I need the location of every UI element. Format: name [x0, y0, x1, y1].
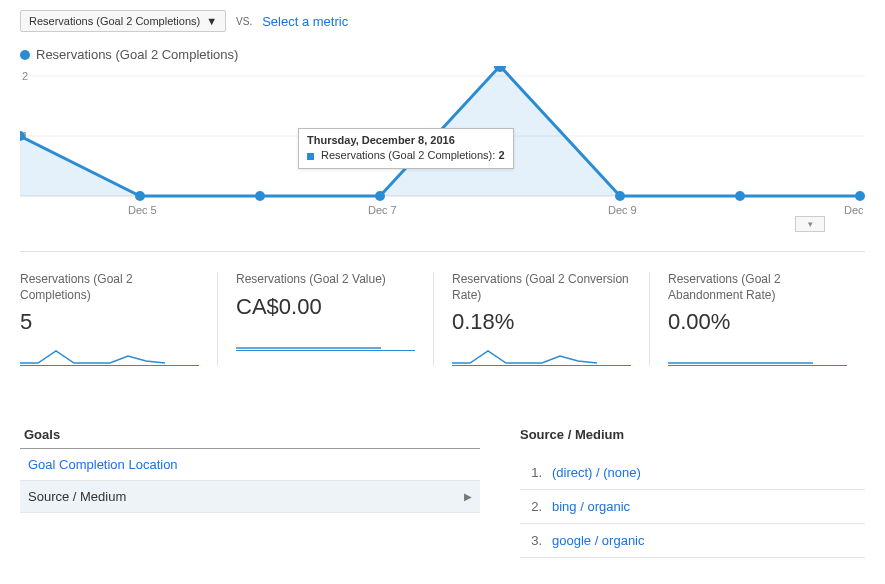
main-chart[interactable]: 1 2 Dec 5 Dec 7 Dec 9 Dec 11 Thursday, D… — [20, 66, 865, 226]
source-medium-link[interactable]: (direct) / (none) — [552, 465, 641, 480]
list-index: 2. — [526, 499, 542, 514]
metric-value: 0.00% — [668, 309, 847, 335]
chart-legend: Reservations (Goal 2 Completions) — [20, 47, 865, 62]
svg-point-7 — [375, 191, 385, 201]
svg-point-10 — [735, 191, 745, 201]
sparkline-icon — [20, 343, 165, 365]
caret-down-icon: ▾ — [808, 219, 813, 229]
goals-row-goal-completion-location[interactable]: Goal Completion Location — [20, 449, 480, 481]
y-tick-2: 2 — [22, 70, 28, 82]
metric-value: 5 — [20, 309, 199, 335]
metrics-row: Reservations (Goal 2 Completions) 5 Rese… — [20, 251, 865, 366]
metric-title: Reservations (Goal 2 Abandonment Rate) — [668, 272, 847, 303]
goals-row-source-medium[interactable]: Source / Medium ▶ — [20, 481, 480, 513]
goals-row-label: Source / Medium — [28, 489, 126, 504]
svg-point-5 — [135, 191, 145, 201]
tooltip-series-label: Reservations (Goal 2 Completions): — [321, 149, 495, 161]
metric-card-value[interactable]: Reservations (Goal 2 Value) CA$0.00 — [217, 272, 433, 366]
source-medium-panel: Source / Medium 1. (direct) / (none) 2. … — [520, 421, 865, 558]
list-index: 3. — [526, 533, 542, 548]
x-tick: Dec 7 — [368, 204, 397, 216]
x-tick: Dec 9 — [608, 204, 637, 216]
select-metric-link[interactable]: Select a metric — [262, 14, 348, 29]
chart-options-dropdown[interactable]: ▾ — [795, 216, 825, 232]
caret-down-icon: ▼ — [206, 15, 217, 27]
x-tick: Dec 5 — [128, 204, 157, 216]
metric-title: Reservations (Goal 2 Completions) — [20, 272, 199, 303]
source-medium-link[interactable]: google / organic — [552, 533, 645, 548]
tooltip-date: Thursday, December 8, 2016 — [307, 134, 455, 146]
source-medium-row[interactable]: 2. bing / organic — [520, 490, 865, 524]
list-index: 1. — [526, 465, 542, 480]
source-medium-row[interactable]: 1. (direct) / (none) — [520, 456, 865, 490]
metric-title: Reservations (Goal 2 Value) — [236, 272, 415, 288]
goals-row-label: Goal Completion Location — [28, 457, 178, 472]
metric-dropdown[interactable]: Reservations (Goal 2 Completions) ▼ — [20, 10, 226, 32]
metric-dropdown-label: Reservations (Goal 2 Completions) — [29, 15, 200, 27]
metric-title: Reservations (Goal 2 Conversion Rate) — [452, 272, 631, 303]
x-tick: Dec 11 — [844, 204, 865, 216]
vs-label: VS. — [236, 16, 252, 27]
chevron-right-icon: ▶ — [464, 491, 472, 502]
legend-text: Reservations (Goal 2 Completions) — [36, 47, 238, 62]
goals-heading: Goals — [20, 421, 480, 449]
sparkline-icon — [236, 328, 381, 350]
metric-card-completions[interactable]: Reservations (Goal 2 Completions) 5 — [20, 272, 217, 366]
metric-value: 0.18% — [452, 309, 631, 335]
svg-point-9 — [615, 191, 625, 201]
metric-card-conversion[interactable]: Reservations (Goal 2 Conversion Rate) 0.… — [433, 272, 649, 366]
tooltip-value: 2 — [498, 149, 504, 161]
metric-value: CA$0.00 — [236, 294, 415, 320]
sparkline-icon — [668, 343, 813, 365]
metric-card-abandonment[interactable]: Reservations (Goal 2 Abandonment Rate) 0… — [649, 272, 865, 366]
svg-point-6 — [255, 191, 265, 201]
source-medium-link[interactable]: bing / organic — [552, 499, 630, 514]
source-medium-heading: Source / Medium — [520, 421, 865, 456]
tooltip-series-icon — [307, 153, 314, 160]
chart-tooltip: Thursday, December 8, 2016 Reservations … — [298, 128, 514, 169]
goals-panel: Goals Goal Completion Location Source / … — [20, 421, 480, 558]
svg-point-11 — [855, 191, 865, 201]
legend-dot-icon — [20, 50, 30, 60]
sparkline-icon — [452, 343, 597, 365]
source-medium-row[interactable]: 3. google / organic — [520, 524, 865, 558]
